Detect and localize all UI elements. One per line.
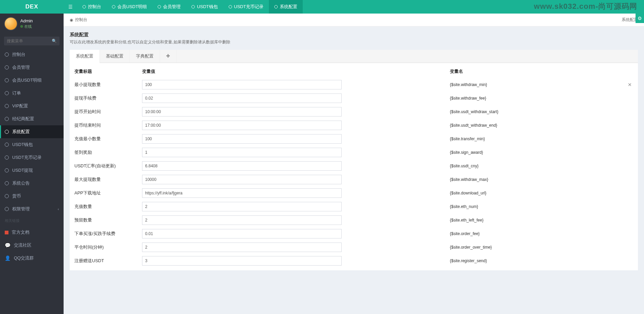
circle-icon bbox=[5, 130, 9, 134]
topnav-item-5[interactable]: 系统配置 bbox=[269, 0, 303, 14]
tab-2[interactable]: 字典配置 bbox=[130, 50, 160, 63]
row-var: {$site.eth_num} bbox=[342, 204, 633, 209]
row-input-13[interactable] bbox=[142, 256, 342, 266]
brand-logo[interactable]: DEX bbox=[0, 0, 64, 14]
column-value: 变量值 bbox=[142, 68, 342, 75]
tab-0[interactable]: 系统配置 bbox=[70, 50, 100, 63]
topnav-item-2[interactable]: 会员管理 bbox=[152, 0, 186, 14]
chevron-left-icon: ‹ bbox=[58, 207, 59, 211]
row-input-5[interactable] bbox=[142, 148, 342, 157]
row-input-12[interactable] bbox=[142, 243, 342, 252]
sidebar-item-7[interactable]: USDT钱包 bbox=[0, 138, 64, 151]
row-input-3[interactable] bbox=[142, 121, 342, 130]
panel-description: 可以在此增改系统的变量和分组,也可以自定义分组和变量,如果需要删除请从数据库中删… bbox=[70, 39, 638, 45]
user-name: Admin bbox=[20, 18, 33, 23]
circle-icon bbox=[158, 5, 161, 8]
top-nav: ☰ 控制台会员USDT明细会员管理USDT钱包USDT充币记录系统配置 bbox=[64, 0, 644, 14]
row-var: {$site.withdraw_fee} bbox=[342, 96, 633, 101]
topnav-item-0[interactable]: 控制台 bbox=[77, 0, 107, 14]
row-var: {$site.eth_left_fee} bbox=[342, 218, 633, 223]
row-label: 提币结束时间 bbox=[74, 122, 142, 128]
config-row-5: 签到奖励{$site.sign_award} bbox=[70, 146, 638, 159]
sidebar-item-1[interactable]: 会员管理 bbox=[0, 61, 64, 74]
breadcrumb-home[interactable]: 控制台 bbox=[75, 17, 87, 23]
panel-title: 系统配置 bbox=[70, 32, 638, 38]
row-var: {$site.download_url} bbox=[342, 191, 633, 195]
row-input-4[interactable] bbox=[142, 134, 342, 144]
circle-icon bbox=[274, 5, 278, 8]
tabs: 系统配置基础配置字典配置✚ bbox=[70, 50, 638, 63]
row-label: 最大提现数量 bbox=[74, 176, 142, 183]
column-var: 变量名 bbox=[342, 68, 633, 75]
circle-icon bbox=[5, 155, 9, 160]
sidebar-item-0[interactable]: 控制台 bbox=[0, 48, 64, 61]
circle-icon bbox=[5, 207, 9, 211]
sidebar-item-8[interactable]: USDT充币记录 bbox=[0, 151, 64, 164]
row-label: 提币开始时间 bbox=[74, 109, 142, 115]
search-input[interactable] bbox=[4, 37, 60, 45]
sidebar-link-0[interactable]: 官方文档 bbox=[0, 226, 64, 239]
hamburger-icon[interactable]: ☰ bbox=[64, 4, 77, 9]
row-input-8[interactable] bbox=[142, 188, 342, 198]
user-status: 在线 bbox=[20, 24, 33, 29]
row-label: 最小提现数量 bbox=[74, 82, 142, 88]
row-input-10[interactable] bbox=[142, 215, 342, 225]
config-row-7: 最大提现数量{$site.withdraw_max} bbox=[70, 173, 638, 186]
close-icon[interactable]: ✕ bbox=[628, 82, 633, 87]
row-var: {$site.order_over_time} bbox=[342, 245, 633, 250]
user-panel: Admin 在线 bbox=[0, 14, 64, 34]
row-var: {$site.usdt_withdraw_start} bbox=[342, 109, 633, 114]
sidebar-item-5[interactable]: 经纪商配置 bbox=[0, 112, 64, 125]
sidebar-item-12[interactable]: 权限管理‹ bbox=[0, 203, 64, 215]
sidebar-item-11[interactable]: 货币 bbox=[0, 190, 64, 203]
row-input-7[interactable] bbox=[142, 175, 342, 184]
sidebar-item-2[interactable]: 会员USDT明细 bbox=[0, 74, 64, 87]
row-input-11[interactable] bbox=[142, 229, 342, 238]
sidebar-link-1[interactable]: 💬交流社区 bbox=[0, 239, 64, 252]
sidebar-item-3[interactable]: 订单 bbox=[0, 87, 64, 100]
circle-icon bbox=[5, 104, 9, 108]
topnav-item-3[interactable]: USDT钱包 bbox=[186, 0, 223, 14]
row-var: {$site.withdraw_min}✕ bbox=[342, 82, 633, 87]
config-row-13: 注册赠送USDT{$site.register_send} bbox=[70, 254, 638, 268]
circle-icon bbox=[5, 117, 9, 121]
tab-1[interactable]: 基础配置 bbox=[100, 50, 130, 63]
row-input-6[interactable] bbox=[142, 161, 342, 171]
topnav-item-4[interactable]: USDT充币记录 bbox=[223, 0, 269, 14]
sidebar-item-9[interactable]: USDT提现 bbox=[0, 164, 64, 177]
table-header: 变量标题 变量值 变量名 bbox=[70, 68, 638, 78]
circle-icon bbox=[229, 5, 232, 8]
row-var: {$site.withdraw_max} bbox=[342, 177, 633, 182]
row-var: {$site.register_send} bbox=[342, 258, 633, 263]
row-input-0[interactable] bbox=[142, 80, 342, 89]
settings-gear-icon[interactable]: ⚙ bbox=[636, 14, 644, 23]
sidebar-item-10[interactable]: 系统公告 bbox=[0, 177, 64, 190]
circle-icon bbox=[5, 181, 9, 185]
sidebar-item-4[interactable]: VIP配置 bbox=[0, 100, 64, 112]
topnav-item-1[interactable]: 会员USDT明细 bbox=[107, 0, 152, 14]
search-icon[interactable]: 🔍 bbox=[52, 39, 57, 43]
dashboard-icon: ◉ bbox=[70, 18, 73, 22]
config-row-2: 提币开始时间{$site.usdt_withdraw_start} bbox=[70, 105, 638, 119]
config-row-6: USDT汇率(自动更新){$site.usdt_cny} bbox=[70, 159, 638, 173]
row-label: 充值最小数量 bbox=[74, 136, 142, 142]
row-input-9[interactable] bbox=[142, 202, 342, 211]
circle-icon bbox=[191, 5, 195, 8]
row-input-1[interactable] bbox=[142, 93, 342, 103]
circle-icon bbox=[5, 143, 9, 147]
tab-add[interactable]: ✚ bbox=[160, 50, 177, 63]
main-content: ◉ 控制台 系统配置 系统配置 可以在此增改系统的变量和分组,也可以自定义分组和… bbox=[64, 14, 644, 276]
sidebar-item-6[interactable]: 系统配置 bbox=[0, 125, 64, 138]
avatar[interactable] bbox=[5, 18, 17, 30]
qq-icon: 👤 bbox=[5, 255, 10, 261]
row-label: 下单买涨/买跌手续费 bbox=[74, 231, 142, 237]
circle-icon bbox=[5, 53, 9, 57]
top-header: DEX ☰ 控制台会员USDT明细会员管理USDT钱包USDT充币记录系统配置 bbox=[0, 0, 644, 14]
document-icon bbox=[5, 231, 8, 234]
breadcrumb: ◉ 控制台 系统配置 bbox=[64, 14, 644, 26]
row-input-2[interactable] bbox=[142, 107, 342, 117]
row-label: 预留数量 bbox=[74, 217, 142, 223]
sidebar-link-2[interactable]: 👤QQ交流群 bbox=[0, 252, 64, 265]
circle-icon bbox=[5, 91, 9, 95]
chat-icon: 💬 bbox=[5, 243, 10, 248]
